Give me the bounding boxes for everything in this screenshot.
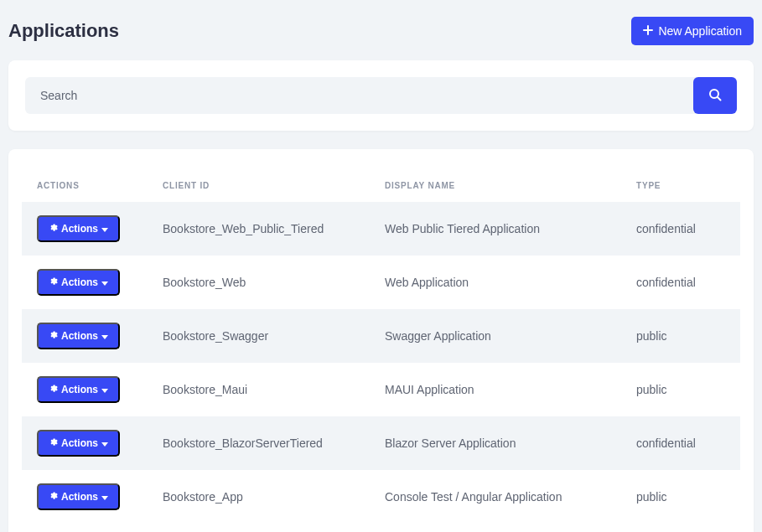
table-row: ActionsBookstore_Web_Public_TieredWeb Pu… (22, 202, 740, 256)
cell-type: public (621, 363, 740, 416)
gear-icon (49, 437, 58, 449)
caret-down-icon (101, 384, 108, 395)
caret-down-icon (101, 437, 108, 449)
gear-icon (49, 276, 58, 288)
table-row: ActionsBookstore_AppConsole Test / Angul… (22, 470, 740, 524)
col-header-client-id[interactable]: Client Id (148, 173, 370, 202)
cell-display-name: Web Application (370, 256, 621, 309)
cell-display-name: Swagger Application (370, 309, 621, 363)
cell-client-id: Bookstore_Web (148, 256, 370, 309)
page-title: Applications (8, 20, 119, 42)
table-row: ActionsBookstore_MauiMAUI Applicationpub… (22, 363, 740, 416)
cell-client-id: Bookstore_Swagger (148, 309, 370, 363)
cell-display-name: Blazor Server Application (370, 416, 621, 470)
actions-button-label: Actions (61, 384, 98, 395)
table-row: ActionsBookstore_SwaggerSwagger Applicat… (22, 309, 740, 363)
plus-icon (643, 24, 653, 38)
caret-down-icon (101, 491, 108, 503)
actions-button[interactable]: Actions (37, 483, 120, 510)
gear-icon (49, 384, 58, 395)
actions-button[interactable]: Actions (37, 215, 120, 242)
col-header-type[interactable]: Type (621, 173, 740, 202)
caret-down-icon (101, 276, 108, 288)
gear-icon (49, 330, 58, 342)
cell-client-id: Bookstore_Maui (148, 363, 370, 416)
actions-button-label: Actions (61, 276, 98, 288)
cell-display-name: Web Public Tiered Application (370, 202, 621, 256)
actions-button-label: Actions (61, 330, 98, 342)
actions-button[interactable]: Actions (37, 430, 120, 457)
search-button[interactable] (693, 77, 737, 114)
col-header-actions[interactable]: Actions (22, 173, 148, 202)
cell-client-id: Bookstore_BlazorServerTiered (148, 416, 370, 470)
caret-down-icon (101, 223, 108, 235)
cell-type: confidential (621, 256, 740, 309)
cell-client-id: Bookstore_App (148, 470, 370, 524)
cell-display-name: MAUI Application (370, 363, 621, 416)
cell-type: public (621, 309, 740, 363)
cell-type: confidential (621, 416, 740, 470)
table-row: ActionsBookstore_WebWeb Applicationconfi… (22, 256, 740, 309)
actions-button-label: Actions (61, 437, 98, 449)
new-application-label: New Application (658, 24, 742, 38)
actions-button-label: Actions (61, 491, 98, 503)
search-input[interactable] (25, 77, 697, 114)
actions-button[interactable]: Actions (37, 376, 120, 403)
actions-button-label: Actions (61, 223, 98, 235)
col-header-display-name[interactable]: Display Name (370, 173, 621, 202)
applications-table: Actions Client Id Display Name Type Acti… (22, 173, 740, 524)
search-panel (8, 60, 754, 131)
page-header: Applications New Application (8, 17, 754, 45)
actions-button[interactable]: Actions (37, 269, 120, 296)
search-icon (708, 88, 722, 104)
gear-icon (49, 491, 58, 503)
gear-icon (49, 223, 58, 235)
applications-table-card: Actions Client Id Display Name Type Acti… (8, 149, 754, 532)
caret-down-icon (101, 330, 108, 342)
cell-type: public (621, 470, 740, 524)
table-row: ActionsBookstore_BlazorServerTieredBlazo… (22, 416, 740, 470)
cell-client-id: Bookstore_Web_Public_Tiered (148, 202, 370, 256)
cell-display-name: Console Test / Angular Application (370, 470, 621, 524)
cell-type: confidential (621, 202, 740, 256)
new-application-button[interactable]: New Application (631, 17, 754, 45)
actions-button[interactable]: Actions (37, 323, 120, 349)
